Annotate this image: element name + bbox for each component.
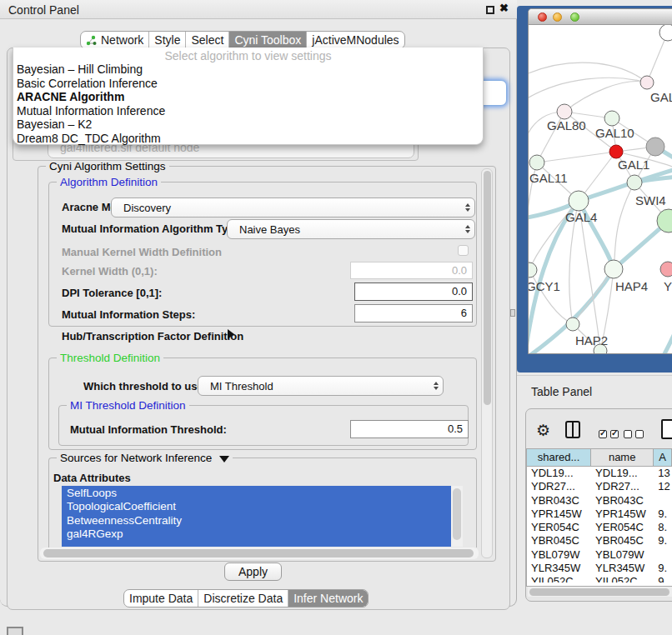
manual-kernel-label: Manual Kernel Width Definition: [62, 246, 222, 258]
tab-infer-network[interactable]: Infer Network: [288, 590, 368, 607]
node-table[interactable]: shared...nameA YDL19...YDL19...13YDR27..…: [526, 448, 672, 587]
table-row[interactable]: YBR045CYBR045C9.: [527, 534, 672, 548]
mi-threshold-field[interactable]: 0.5: [350, 420, 469, 438]
table-cell: [654, 548, 672, 562]
node-gal[interactable]: [640, 76, 654, 89]
settings-horizontal-scrollbar[interactable]: [40, 548, 479, 559]
hub-definition-label: Hub/Transcription Factor Definition: [62, 330, 243, 342]
node-label: Y: [664, 279, 672, 293]
collapse-arrow-icon[interactable]: [219, 456, 229, 462]
split-columns-icon[interactable]: [565, 421, 580, 438]
split-divider-grip[interactable]: [510, 309, 515, 317]
table-row[interactable]: YLR345WYLR345W9.: [527, 562, 672, 575]
table-cell: YER054C: [591, 521, 654, 534]
expand-arrow-icon[interactable]: [228, 329, 234, 339]
network-tab-icon: [86, 35, 97, 46]
attribute-item[interactable]: TopologicalCoefficient: [62, 499, 451, 512]
algorithm-option[interactable]: ARACNE Algorithm: [13, 90, 483, 104]
table-cell: YPR145W: [527, 508, 591, 521]
attr-list-scrollbar[interactable]: [451, 486, 463, 547]
table-cell: YDR27...: [591, 480, 654, 493]
hide-columns-icon[interactable]: [624, 427, 647, 442]
stepper-arrows-icon: [461, 203, 474, 212]
zoom-traffic-light-icon[interactable]: [570, 12, 579, 22]
float-window-icon[interactable]: [486, 6, 494, 14]
dpi-tolerance-field[interactable]: 0.0: [354, 282, 473, 301]
close-icon[interactable]: ✖: [499, 2, 509, 14]
tab-cyni-toolbox[interactable]: Cyni Toolbox: [229, 32, 307, 48]
mi-type-combo[interactable]: Naive Bayes: [227, 219, 475, 239]
tab-discretize-data[interactable]: Discretize Data: [198, 590, 288, 607]
node[interactable]: [646, 138, 664, 156]
algorithm-option[interactable]: Basic Correlation Inference: [13, 77, 483, 91]
algorithm-dropdown-list: Bayesian – Hill ClimbingBasic Correlatio…: [13, 62, 483, 146]
tab-style[interactable]: Style: [149, 32, 186, 48]
table-row[interactable]: YER054CYER054C8.: [527, 521, 672, 534]
close-traffic-light-icon[interactable]: [538, 12, 547, 22]
table-cell: 9.: [654, 562, 672, 575]
node-label: SWI4: [635, 193, 666, 208]
mi-steps-field[interactable]: 6: [354, 304, 473, 322]
table-row[interactable]: YPR145WYPR145W9.: [527, 508, 672, 521]
control-panel-title: Control Panel: [8, 3, 79, 17]
node-gal1[interactable]: [609, 145, 623, 158]
node[interactable]: [659, 25, 672, 41]
tab-impute-data[interactable]: Impute Data: [124, 590, 198, 607]
minimize-traffic-light-icon[interactable]: [553, 12, 562, 22]
column-header[interactable]: shared...: [527, 449, 591, 467]
node[interactable]: [627, 175, 642, 190]
column-header[interactable]: A: [654, 449, 672, 467]
algorithm-option[interactable]: Bayesian – Hill Climbing: [13, 62, 483, 77]
apply-button[interactable]: Apply: [224, 562, 282, 581]
attribute-item[interactable]: SelfLoops: [62, 486, 451, 499]
node-gal11[interactable]: [529, 155, 544, 170]
node-gal10[interactable]: [604, 111, 619, 126]
node-hap2[interactable]: [566, 318, 579, 331]
node-hap4[interactable]: [604, 260, 623, 278]
table-horizontal-scrollbar[interactable]: [528, 587, 672, 597]
tab-network[interactable]: Network: [81, 32, 149, 48]
tab-label: Infer Network: [293, 592, 363, 605]
table-panel-titlebar: Table Panel: [517, 375, 672, 407]
node-gal80[interactable]: [557, 104, 572, 119]
attribute-item[interactable]: BetweennessCentrality: [62, 513, 451, 527]
manual-kernel-checkbox[interactable]: [458, 245, 469, 256]
which-threshold-combo[interactable]: MI Threshold: [198, 376, 444, 396]
algorithm-option[interactable]: Bayesian – K2: [13, 118, 483, 132]
node-y[interactable]: [660, 262, 672, 277]
tab-label: Style: [154, 33, 180, 47]
algorithm-option[interactable]: Mutual Information Inference: [13, 104, 483, 118]
table-cell: 13: [654, 467, 672, 480]
node-label: GAL: [650, 90, 672, 104]
kernel-width-field[interactable]: 0.0: [350, 262, 473, 279]
table-cell: 9.: [654, 508, 672, 521]
gear-icon[interactable]: ⚙: [536, 421, 550, 440]
document-icon[interactable]: [661, 419, 672, 439]
node-gal4[interactable]: [569, 191, 589, 211]
network-graph: GALGAL80GAL10GAL1GAL11GAL4SWI4GCY1HAP4YH…: [529, 25, 672, 354]
tab-jactivemnodules[interactable]: jActiveMNodules: [307, 32, 404, 48]
table-row[interactable]: YIL052CYIL052C9: [527, 575, 672, 582]
sources-title-text: Sources for Network Inference: [60, 452, 212, 464]
node-label: GAL1: [618, 158, 649, 172]
table-body: YDL19...YDL19...13YDR27...YDR27...12YBR0…: [527, 467, 672, 582]
settings-vertical-scrollbar[interactable]: [481, 168, 493, 558]
minimized-window-icon[interactable]: [7, 627, 23, 635]
table-row[interactable]: YBR043CYBR043C: [527, 494, 672, 508]
network-canvas[interactable]: GALGAL80GAL10GAL1GAL11GAL4SWI4GCY1HAP4YH…: [529, 25, 672, 354]
tab-select[interactable]: Select: [186, 32, 229, 48]
node-gcy1[interactable]: [529, 262, 537, 278]
table-row[interactable]: YDR27...YDR27...12: [527, 480, 672, 493]
table-row[interactable]: YDL19...YDL19...13: [527, 467, 672, 480]
mi-steps-label: Mutual Information Steps:: [62, 308, 195, 321]
tab-label: Discretize Data: [203, 592, 283, 605]
column-header[interactable]: name: [591, 449, 654, 467]
table-cell: YBR043C: [527, 494, 591, 508]
network-window-titlebar[interactable]: [529, 9, 672, 25]
table-row[interactable]: YBL079WYBL079W: [527, 548, 672, 562]
show-columns-icon[interactable]: [599, 427, 622, 442]
attribute-item[interactable]: gal4RGexp: [62, 527, 451, 540]
aracne-mode-combo[interactable]: Discovery: [111, 198, 475, 218]
algorithm-dropdown: Select algorithm to view settings Bayesi…: [13, 48, 484, 145]
algorithm-option[interactable]: Dream8 DC_TDC Algorithm: [13, 132, 483, 146]
